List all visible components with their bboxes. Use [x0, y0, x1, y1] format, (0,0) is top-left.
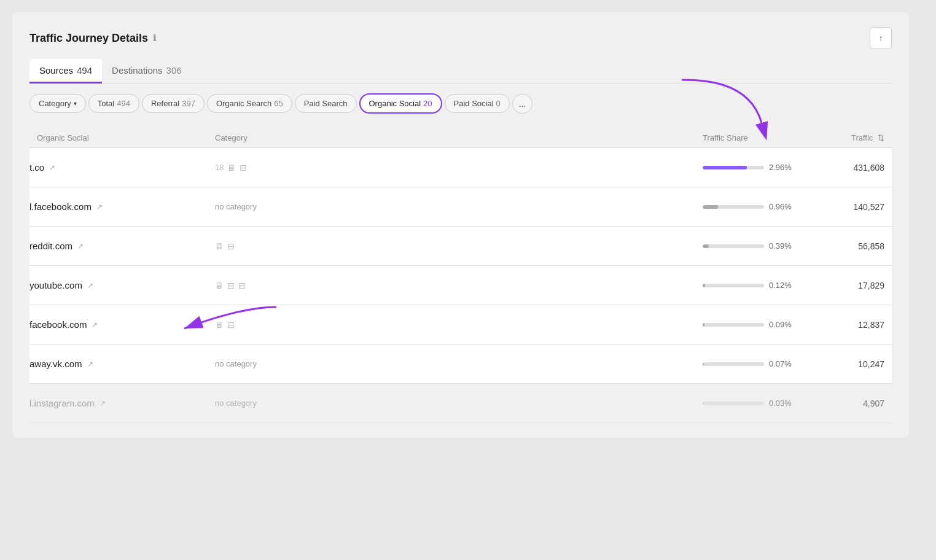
traffic-share-cell-facebook: 0.09%: [695, 311, 818, 338]
traffic-num-linstagram: 4,907: [818, 390, 892, 417]
traffic-bar-fill: [703, 166, 747, 169]
tab-sources-count: 494: [77, 65, 92, 76]
info-icon[interactable]: ℹ: [153, 33, 156, 43]
traffic-bar-track: [703, 166, 764, 169]
tablet-icon: ⊟: [227, 241, 235, 251]
col-header-source: Organic Social: [29, 133, 208, 142]
traffic-num-tco: 431,608: [818, 154, 892, 181]
filter-category-label: Category: [39, 99, 71, 108]
filter-organic-social[interactable]: Organic Social 20: [359, 93, 442, 114]
desktop-icon: 🖥: [215, 320, 224, 330]
traffic-bar-track: [703, 323, 764, 327]
traffic-num-lfacebook: 140,527: [818, 193, 892, 220]
traffic-percent-facebook: 0.09%: [769, 320, 792, 329]
tablet-icon: ⊟: [240, 163, 247, 173]
filter-referral-count: 397: [182, 99, 195, 108]
col-header-traffic-share: Traffic Share: [695, 133, 818, 142]
chevron-down-icon: ▾: [74, 100, 77, 107]
table-row: facebook.com ↗ 🖥 ⊟ 0.09% 12,837: [29, 305, 892, 344]
filter-category[interactable]: Category ▾: [29, 94, 86, 113]
panel-header: Traffic Journey Details ℹ ↑: [29, 27, 892, 49]
category-cell-reddit: 🖥 ⊟: [208, 233, 695, 260]
traffic-share-cell-awayvk: 0.07%: [695, 351, 818, 377]
filter-total-count: 494: [117, 99, 130, 108]
ellipsis-icon: ...: [519, 99, 526, 109]
domain-label-facebook: facebook.com: [29, 319, 87, 330]
domain-label-lfacebook: l.facebook.com: [29, 201, 92, 212]
filter-paid-social-label: Paid Social: [454, 99, 494, 108]
traffic-bar-track: [703, 205, 764, 209]
no-category-label: no category: [215, 202, 257, 211]
category-cell-youtube: 🖥 ⊟ ⊟: [208, 272, 695, 299]
table-row: l.instagram.com ↗ no category 0.03% 4,90…: [29, 384, 892, 423]
category-cell-facebook: 🖥 ⊟: [208, 311, 695, 338]
col-header-category: Category: [208, 133, 695, 142]
traffic-num-facebook: 12,837: [818, 311, 892, 338]
filter-organic-search-count: 65: [274, 99, 283, 108]
traffic-percent-lfacebook: 0.96%: [769, 202, 792, 211]
domain-label-awayvk: away.vk.com: [29, 359, 82, 369]
filter-organic-search[interactable]: Organic Search 65: [207, 94, 292, 113]
traffic-share-cell-reddit: 0.39%: [695, 233, 818, 259]
domain-cell-lfacebook: l.facebook.com ↗: [29, 193, 208, 220]
no-category-label: no category: [215, 359, 257, 368]
domain-cell-tco: t.co ↗: [29, 154, 208, 181]
external-link-icon[interactable]: ↗: [99, 399, 106, 408]
traffic-bar-fill: [703, 402, 703, 405]
category-cell-linstagram: no category: [208, 390, 695, 416]
external-link-icon[interactable]: ↗: [92, 321, 98, 329]
tab-destinations[interactable]: Destinations 306: [102, 59, 192, 84]
external-link-icon[interactable]: ↗: [49, 163, 55, 172]
table-row: l.facebook.com ↗ no category 0.96% 140,5…: [29, 187, 892, 227]
category-cell-lfacebook: no category: [208, 193, 695, 220]
table-row: reddit.com ↗ 🖥 ⊟ 0.39% 56,858: [29, 227, 892, 266]
traffic-bar-fill: [703, 205, 718, 209]
domain-cell-reddit: reddit.com ↗: [29, 232, 208, 260]
data-table: Organic Social Category Traffic Share Tr…: [29, 128, 892, 423]
traffic-bar-fill: [703, 284, 705, 287]
tablet-icon: ⊟: [227, 281, 235, 290]
traffic-percent-youtube: 0.12%: [769, 281, 792, 290]
traffic-share-cell-linstagram: 0.03%: [695, 390, 818, 416]
traffic-bar-track: [703, 402, 764, 405]
domain-label-reddit: reddit.com: [29, 241, 72, 251]
external-link-icon[interactable]: ↗: [96, 203, 103, 211]
external-link-icon[interactable]: ↗: [87, 281, 93, 290]
traffic-bar-fill: [703, 244, 709, 248]
traffic-journey-panel: Traffic Journey Details ℹ ↑ Sources 494 …: [12, 12, 909, 438]
external-link-icon[interactable]: ↗: [87, 360, 93, 368]
export-button[interactable]: ↑: [870, 27, 892, 49]
domain-cell-awayvk: away.vk.com ↗: [29, 350, 208, 378]
filter-referral-label: Referral: [151, 99, 179, 108]
col-header-traffic: Traffic ⇅: [818, 133, 892, 142]
external-link-icon[interactable]: ↗: [77, 242, 84, 251]
traffic-num-awayvk: 10,247: [818, 351, 892, 378]
desktop-icon: 🖥: [215, 281, 224, 290]
traffic-percent-awayvk: 0.07%: [769, 359, 792, 368]
no-category-label: no category: [215, 399, 257, 408]
traffic-num-reddit: 56,858: [818, 233, 892, 260]
domain-cell-linstagram: l.instagram.com ↗: [29, 389, 208, 417]
filter-referral[interactable]: Referral 397: [142, 94, 205, 113]
traffic-num-youtube: 17,829: [818, 272, 892, 299]
filter-more-button[interactable]: ...: [512, 94, 533, 114]
traffic-share-cell-youtube: 0.12%: [695, 272, 818, 298]
filter-paid-search[interactable]: Paid Search: [295, 94, 357, 113]
filter-paid-social[interactable]: Paid Social 0: [445, 94, 510, 113]
tab-sources-label: Sources: [39, 65, 73, 76]
mobile-icon: ⊟: [238, 281, 246, 290]
filter-paid-search-label: Paid Search: [304, 99, 348, 108]
filter-organic-social-count: 20: [423, 99, 432, 108]
tab-sources[interactable]: Sources 494: [29, 59, 102, 84]
filter-organic-search-label: Organic Search: [216, 99, 271, 108]
filter-total[interactable]: Total 494: [88, 94, 139, 113]
table-row: youtube.com ↗ 🖥 ⊟ ⊟ 0.12% 17,829: [29, 266, 892, 305]
tab-destinations-label: Destinations: [112, 65, 163, 76]
tab-destinations-count: 306: [166, 65, 182, 76]
traffic-bar-track: [703, 284, 764, 287]
category-cell-awayvk: no category: [208, 351, 695, 377]
panel-title: Traffic Journey Details ℹ: [29, 32, 156, 45]
traffic-percent-reddit: 0.39%: [769, 241, 792, 251]
table-header: Organic Social Category Traffic Share Tr…: [29, 128, 892, 148]
traffic-bar-track: [703, 244, 764, 248]
